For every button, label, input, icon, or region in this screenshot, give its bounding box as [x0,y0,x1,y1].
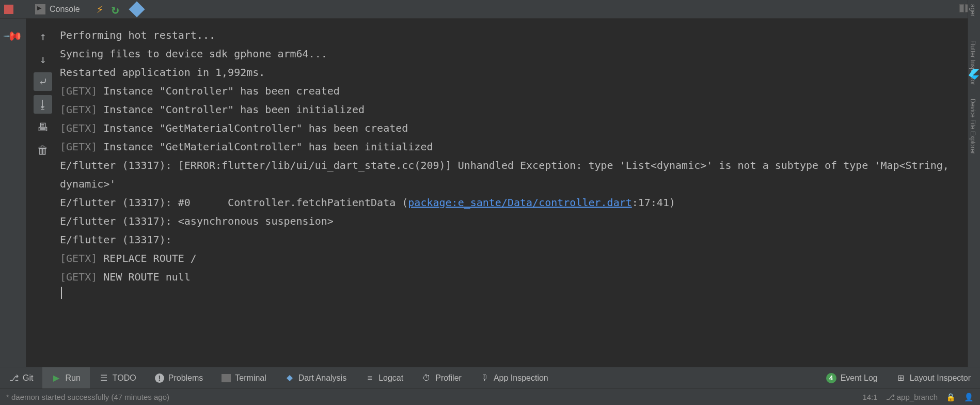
hot-restart-icon[interactable]: ↻ [112,2,119,17]
console-line: E/flutter (13317): [60,230,965,249]
cursor-position[interactable]: 14:1 [862,393,877,401]
user-icon[interactable]: 👤 [964,393,974,402]
scroll-to-end-button[interactable]: ⭳ [34,95,52,114]
git-branch-status[interactable]: ⎇ app_branch [886,393,938,402]
status-bar: * daemon started successfully (47 minute… [0,388,980,405]
scroll-up-button[interactable]: ↑ [34,27,52,45]
profiler-tab-label: Profiler [435,373,462,383]
microphone-icon: 🎙 [480,373,489,383]
warning-icon: ! [155,373,164,383]
run-tab[interactable]: ▶ Run [42,367,89,388]
console-line: [GETX] Instance "GetMaterialController" … [60,137,965,156]
print-button[interactable]: 🖶 [34,118,52,136]
devtools-icon[interactable] [129,1,145,17]
run-tab-label: Run [65,373,80,383]
console-tab[interactable]: Console [29,2,86,17]
app-inspection-tab-label: App Inspection [494,373,548,383]
console-line: E/flutter (13317): <asynchronous suspens… [60,212,965,230]
layout-inspector-tab-label: Layout Inspector [910,373,971,383]
left-gutter: 📌 [0,19,26,367]
app-inspection-tab[interactable]: 🎙 App Inspection [471,367,558,388]
layout-inspector-icon: ⊞ [896,373,906,383]
logcat-tab-label: Logcat [378,373,403,383]
problems-tab-label: Problems [168,373,203,383]
console-output[interactable]: Performing hot restart...Syncing files t… [60,22,965,367]
status-message: * daemon started successfully (47 minute… [6,393,169,401]
dart-analysis-tab-label: Dart Analysis [298,373,346,383]
layout-inspector-tab[interactable]: ⊞ Layout Inspector [887,367,980,388]
console-line: [GETX] Instance "GetMaterialController" … [60,119,965,137]
logcat-icon: ≡ [365,373,374,383]
console-side-controls: ↑ ↓ ⤶ ⭳ 🖶 🗑 [30,22,56,159]
scroll-down-button[interactable]: ↓ [34,50,52,68]
console-line: [GETX] NEW ROUTE null [60,268,965,286]
todo-tab[interactable]: ☰ TODO [90,367,146,388]
soft-wrap-button[interactable]: ⤶ [34,72,52,91]
list-icon: ☰ [99,373,108,383]
terminal-tab[interactable]: Terminal [212,367,275,388]
logcat-tab[interactable]: ≡ Logcat [356,367,413,388]
console-line: [GETX] Instance "Controller" has been in… [60,100,965,119]
hot-reload-icon[interactable]: ⚡ [97,3,103,15]
right-tab-device-explorer[interactable]: Device File Explorer [968,95,977,158]
console-line: Performing hot restart... [60,26,965,44]
console-line: E/flutter (13317): #0 Controller.fetchPa… [60,193,965,212]
lock-icon[interactable]: 🔒 [946,393,956,402]
git-tab-label: Git [23,373,33,383]
event-log-tab[interactable]: 4 Event Log [817,367,887,388]
event-count-badge: 4 [826,373,836,383]
console-line: Restarted application in 1,992ms. [60,63,965,82]
terminal-icon [222,374,231,382]
console-line: Syncing files to device sdk gphone arm64… [60,44,965,63]
console-line: E/flutter (13317): [ERROR:flutter/lib/ui… [60,156,965,193]
dart-icon [285,373,294,383]
source-link[interactable]: package:e_sante/Data/controller.dart [408,196,631,209]
terminal-tab-label: Terminal [235,373,266,383]
git-tab[interactable]: ⎇ Git [0,367,42,388]
dart-analysis-tab[interactable]: Dart Analysis [276,367,356,388]
right-sidebar: ager Flutter Inspector Device File Explo… [968,0,980,367]
right-tab-manager[interactable]: ager [968,0,977,21]
console-line: [GETX] Instance "Controller" has been cr… [60,82,965,100]
console-icon [35,4,45,14]
todo-tab-label: TODO [113,373,136,383]
event-log-tab-label: Event Log [841,373,878,383]
console-line: [GETX] REPLACE ROUTE / [60,249,965,268]
git-branch-icon: ⎇ [9,373,19,383]
console-toolbar: Console ⚡ ↻ [0,0,980,19]
clear-button[interactable]: 🗑 [34,141,52,159]
bottom-tool-tabs: ⎇ Git ▶ Run ☰ TODO ! Problems Terminal D… [0,367,980,388]
right-tab-flutter-inspector[interactable]: Flutter Inspector [968,36,977,89]
pin-icon[interactable]: 📌 [2,25,23,46]
profiler-tab[interactable]: ⏱ Profiler [413,367,471,388]
console-tab-label: Console [50,5,80,14]
play-icon: ▶ [52,373,61,383]
profiler-icon: ⏱ [422,373,431,383]
stop-button[interactable] [4,5,13,14]
problems-tab[interactable]: ! Problems [146,367,213,388]
